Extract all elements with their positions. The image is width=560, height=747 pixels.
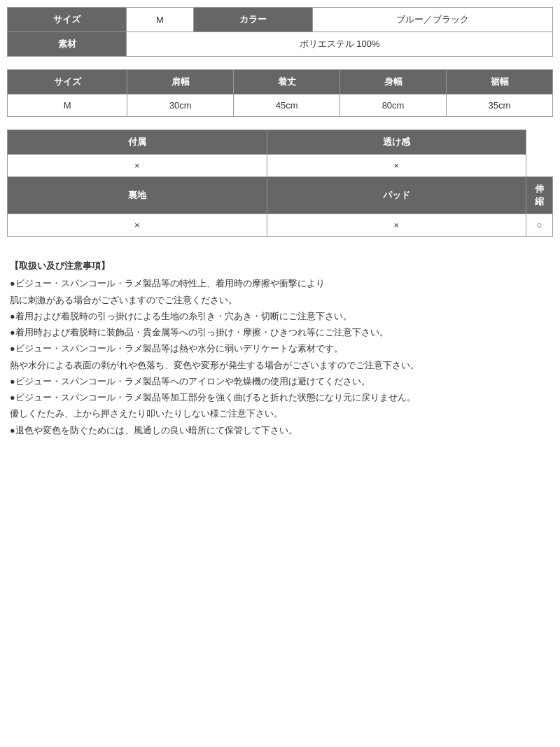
shinshuku-header: 伸縮 (526, 177, 553, 214)
size-col-header: サイズ (8, 70, 127, 95)
note-line: ●着用および着脱時の引っ掛けによる生地の糸引き・穴あき・切断にご注意下さい。 (10, 309, 550, 324)
notes-section: 【取扱い及び注意事項】 ●ビジュー・スパンコール・ラメ製品等の特性上、着用時の摩… (7, 253, 553, 445)
table-details: 付属 透け感 × × 裏地 パッド 伸縮 × × ○ (7, 130, 553, 237)
note-line: 優しくたたみ、上から押さえたり叩いたりしない様ご注意下さい。 (10, 407, 550, 421)
note-line: ●ビジュー・スパンコール・ラメ製品等の特性上、着用時の摩擦や衝撃により (10, 277, 550, 291)
material-value: ポリエステル 100% (127, 32, 553, 57)
hem-col-header: 裾幅 (447, 70, 553, 95)
note-line: ●ビジュー・スパンコール・ラメ製品等へのアイロンや乾燥機の使用は避けてください。 (10, 375, 550, 389)
notes-title: 【取扱い及び注意事項】 (10, 259, 550, 274)
note-line: ●着用時および着脱時に装飾品・貴金属等への引っ掛け・摩擦・ひきつれ等にご注意下さ… (10, 326, 550, 340)
color-value: ブルー／ブラック (312, 8, 552, 32)
size-row-shoulder: 30cm (127, 95, 234, 117)
uraji-header: 裏地 (8, 177, 267, 214)
body-col-header: 身幅 (340, 70, 447, 95)
note-line: ●退色や変色を防ぐためには、風通しの良い暗所にて保管して下さい。 (10, 424, 550, 438)
fuzoku-value: × (8, 155, 267, 177)
sukemi-value: × (267, 155, 526, 177)
size-row-hem: 35cm (447, 95, 553, 117)
size-row-size: M (8, 95, 127, 117)
shinshuku-value: ○ (526, 214, 553, 237)
table-basic: サイズ M カラー ブルー／ブラック 素材 ポリエステル 100% (7, 7, 553, 57)
notes-lines: ●ビジュー・スパンコール・ラメ製品等の特性上、着用時の摩擦や衝撃により肌に刺激が… (10, 277, 550, 438)
size-value: M (127, 8, 193, 32)
size-row-length: 45cm (234, 95, 340, 117)
fuzoku-header: 付属 (8, 130, 267, 155)
note-line: 肌に刺激がある場合がございますのでご注意ください。 (10, 293, 550, 308)
table-size: サイズ 肩幅 着丈 身幅 裾幅 M 30cm 45cm 80cm 35cm (7, 69, 553, 117)
sukemi-header: 透け感 (267, 130, 526, 155)
size-header: サイズ (8, 8, 127, 32)
length-col-header: 着丈 (234, 70, 340, 95)
shoulder-col-header: 肩幅 (127, 70, 234, 95)
note-line: 熱や水分による表面の剥がれや色落ち、変色や変形が発生する場合がございますのでご注… (10, 358, 550, 373)
pad-value: × (267, 214, 526, 237)
main-container: サイズ M カラー ブルー／ブラック 素材 ポリエステル 100% サイズ 肩幅… (7, 7, 553, 445)
size-row-body: 80cm (340, 95, 447, 117)
note-line: ●ビジュー・スパンコール・ラメ製品等は熱や水分に弱いデリケートな素材です。 (10, 342, 550, 356)
note-line: ●ビジュー・スパンコール・ラメ製品等加工部分を強く曲げると折れた状態になり元に戻… (10, 391, 550, 405)
pad-header: パッド (267, 177, 526, 214)
uraji-value: × (8, 214, 267, 237)
color-header: カラー (193, 8, 312, 32)
material-header: 素材 (8, 32, 127, 57)
